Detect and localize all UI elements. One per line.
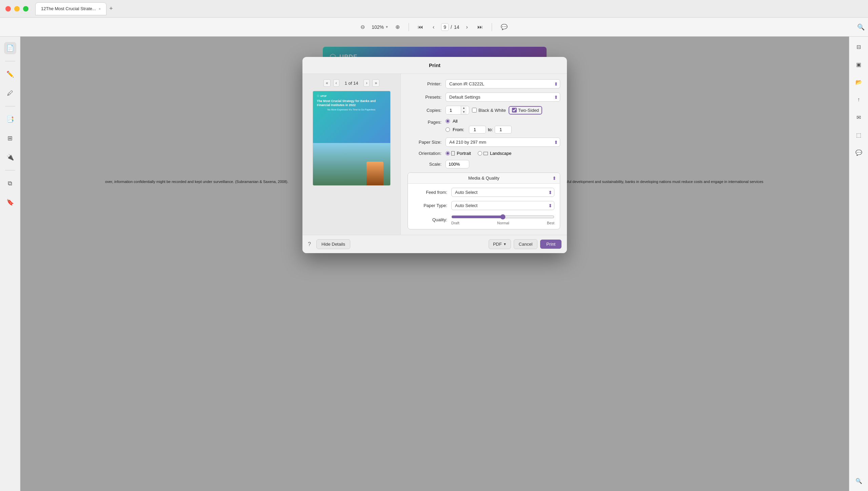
page-separator: / [451, 24, 452, 30]
print-dialog-title: Print [302, 57, 567, 74]
search-icon[interactable]: 🔍 [857, 23, 865, 31]
sidebar-item-document[interactable]: 📄 [4, 42, 16, 54]
print-dialog-footer: ? Hide Details PDF ▼ Cancel Print [302, 235, 567, 253]
media-quality-header[interactable]: Media & Quality ⬍ [408, 173, 560, 184]
pages-from-input[interactable] [469, 126, 486, 134]
quality-slider[interactable] [451, 214, 554, 220]
next-page-button[interactable]: › [463, 23, 470, 32]
portrait-icon [451, 151, 455, 156]
pages-to-input[interactable] [495, 126, 512, 134]
last-page-button[interactable]: ⏭ [475, 23, 486, 32]
rs-icon-5[interactable]: ✉ [853, 111, 865, 123]
pages-all-radio[interactable] [446, 119, 450, 123]
pages-all-label: All [453, 119, 457, 124]
landscape-radio[interactable] [478, 151, 482, 156]
pdf-dropdown-icon: ▼ [503, 242, 507, 246]
presets-select[interactable]: Default Settings [446, 93, 560, 102]
help-button[interactable]: ? [308, 241, 311, 247]
copies-up[interactable]: ▲ [461, 106, 467, 110]
pages-range-radio[interactable] [446, 127, 450, 132]
new-tab-button[interactable]: + [109, 5, 113, 12]
tab-close-icon[interactable]: × [99, 7, 101, 11]
zoom-out-icon: ⊖ [360, 24, 365, 30]
sidebar-divider-2 [5, 106, 15, 106]
paper-type-select[interactable]: Auto Select [451, 201, 554, 210]
sidebar-item-plugins[interactable]: 🔌 [4, 151, 16, 163]
copies-down[interactable]: ▼ [461, 110, 467, 114]
pages-range-inputs: to: [469, 126, 512, 134]
preview-next-btn[interactable]: › [363, 79, 370, 87]
pages-from-label: From: [453, 127, 464, 132]
sidebar-item-table[interactable]: ⊞ [4, 132, 16, 144]
quality-best-label: Best [547, 221, 554, 225]
zoom-level-display: 102% [372, 24, 384, 30]
first-page-button[interactable]: ⏮ [415, 23, 426, 32]
feed-from-select[interactable]: Auto Select [451, 188, 554, 197]
print-button[interactable]: Print [540, 240, 561, 249]
scale-input[interactable] [446, 160, 469, 168]
annotate-icon: 🖊 [7, 90, 13, 97]
two-sided-checkbox[interactable] [512, 108, 517, 112]
rs-search-icon[interactable]: 🔍 [853, 475, 865, 487]
preview-last-btn[interactable]: » [372, 79, 379, 87]
paper-type-select-wrapper: Auto Select ⬍ [451, 201, 554, 210]
landscape-option[interactable]: Landscape [478, 151, 512, 156]
printer-select-wrapper: Canon iR C3222L ⬍ [446, 79, 560, 88]
cancel-button[interactable]: Cancel [514, 239, 537, 249]
copies-field[interactable] [446, 106, 461, 114]
rs-icon-2[interactable]: ▣ [853, 58, 865, 70]
media-quality-toggle-icon: ⬍ [552, 176, 556, 181]
titlebar: 12The Most Crucial Strate... × + [0, 0, 868, 18]
portrait-radio[interactable] [446, 151, 450, 156]
rs-icon-4[interactable]: ↑ [853, 94, 865, 106]
two-sided-label: Two-Sided [518, 108, 539, 113]
comment-button[interactable]: 💬 [498, 22, 510, 32]
printer-control: Canon iR C3222L ⬍ [446, 79, 560, 88]
rs-icon-7[interactable]: 💬 [853, 146, 865, 159]
current-page[interactable]: 9 [441, 23, 449, 31]
total-pages: 14 [454, 24, 459, 30]
sidebar-item-bookmark[interactable]: 🔖 [4, 196, 16, 208]
sidebar-item-pages[interactable]: 📑 [4, 113, 16, 125]
zoom-in-icon: ⊕ [395, 24, 400, 30]
quality-slider-wrapper: Draft Normal Best [451, 214, 554, 225]
comment-icon: 💬 [501, 24, 508, 30]
hide-details-button[interactable]: Hide Details [316, 239, 350, 249]
toolbar-divider-1 [409, 23, 409, 31]
copies-label: Copies: [408, 108, 441, 113]
quality-label: Quality: [413, 217, 447, 222]
preview-first-btn[interactable]: « [323, 79, 331, 87]
zoom-out-button[interactable]: ⊖ [358, 22, 368, 32]
zoom-dropdown-icon[interactable]: ▼ [385, 25, 389, 29]
sidebar-item-annotate[interactable]: 🖊 [4, 87, 16, 99]
zoom-in-button[interactable]: ⊕ [393, 22, 402, 32]
black-white-checkbox[interactable] [472, 108, 477, 112]
landscape-label: Landscape [490, 151, 512, 156]
black-white-label: Black & White [478, 108, 506, 113]
rs-icon-6[interactable]: ⬚ [853, 129, 865, 141]
rs-icon-1[interactable]: ⊟ [853, 41, 865, 53]
sidebar-item-edit[interactable]: ✏️ [4, 68, 16, 80]
paper-size-select[interactable]: A4 210 by 297 mm [446, 138, 560, 147]
document-icon: 📄 [6, 44, 14, 52]
active-tab[interactable]: 12The Most Crucial Strate... × [35, 2, 106, 15]
page-info: 9 / 14 [441, 23, 459, 31]
orientation-row: Orientation: Portrait [408, 151, 560, 156]
toolbar: ⊖ 102% ▼ ⊕ ⏮ ‹ 9 / 14 › ⏭ 💬 🔍 [0, 18, 868, 37]
maximize-button[interactable] [23, 6, 28, 12]
pages-range-row: From: to: [446, 126, 512, 134]
rs-icon-3[interactable]: 📂 [853, 76, 865, 88]
presets-row: Presets: Default Settings ⬍ [408, 93, 560, 102]
black-white-checkbox-label[interactable]: Black & White [472, 108, 506, 113]
pdf-button[interactable]: PDF ▼ [489, 239, 511, 249]
prev-page-button[interactable]: ‹ [430, 23, 437, 32]
portrait-option[interactable]: Portrait [446, 151, 471, 156]
sidebar-item-layers[interactable]: ⧉ [4, 177, 16, 189]
preview-prev-btn[interactable]: ‹ [333, 79, 339, 87]
close-button[interactable] [5, 6, 11, 12]
printer-label: Printer: [408, 81, 441, 86]
minimize-button[interactable] [14, 6, 20, 12]
copies-arrows: ▲ ▼ [461, 106, 467, 114]
printer-select[interactable]: Canon iR C3222L [446, 79, 560, 88]
orientation-control: Portrait Landscape [446, 151, 560, 156]
